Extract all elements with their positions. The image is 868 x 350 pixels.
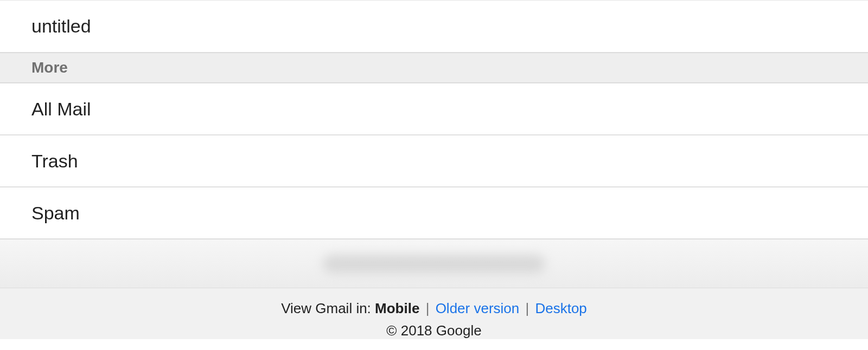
separator: | <box>422 300 433 316</box>
footer-link-older-version[interactable]: Older version <box>436 300 520 316</box>
section-header-more: More <box>0 53 868 83</box>
folder-label: Trash <box>31 151 78 172</box>
footer-view-line: View Gmail in: Mobile | Older version | … <box>0 300 868 317</box>
footer: View Gmail in: Mobile | Older version | … <box>0 239 868 339</box>
footer-view-mobile: Mobile <box>375 300 419 316</box>
folder-item-spam[interactable]: Spam <box>0 187 868 239</box>
folder-label: All Mail <box>31 99 91 120</box>
account-email-blurred <box>323 255 545 273</box>
folder-item-all-mail[interactable]: All Mail <box>0 83 868 135</box>
footer-copyright: © 2018 Google <box>0 322 868 339</box>
footer-view-prefix: View Gmail in: <box>281 300 375 316</box>
label-text: untitled <box>31 16 91 37</box>
section-header-label: More <box>31 59 68 76</box>
footer-account-bar <box>0 239 868 288</box>
footer-bottom: View Gmail in: Mobile | Older version | … <box>0 288 868 339</box>
folder-item-trash[interactable]: Trash <box>0 135 868 187</box>
footer-link-desktop[interactable]: Desktop <box>535 300 586 316</box>
label-item-untitled[interactable]: untitled <box>0 0 868 53</box>
folder-label: Spam <box>31 203 80 224</box>
separator: | <box>521 300 533 316</box>
